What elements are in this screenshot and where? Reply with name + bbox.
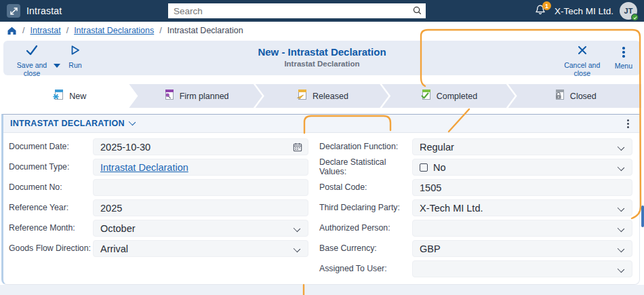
breadcrumb: / Intrastat / Intrastat Declarations / I…	[0, 22, 644, 39]
run-label: Run	[68, 61, 81, 69]
close-icon	[576, 44, 588, 59]
section-collapse-toggle[interactable]: INTRASTAT DECLARATION	[10, 119, 135, 128]
section-title: INTRASTAT DECLARATION	[10, 119, 125, 128]
declaration-function-select[interactable]: Regular	[412, 138, 632, 155]
stage-label: Closed	[570, 92, 597, 101]
stage-firm-planned[interactable]: Firm planned	[129, 84, 262, 108]
new-star-document-icon	[52, 89, 64, 103]
notifications-button[interactable]: 1	[534, 3, 548, 18]
field-document-type: Document Type: Intrastat Declaration	[9, 159, 308, 176]
check-icon	[24, 44, 39, 59]
app-title: Intrastat	[26, 5, 62, 16]
app-window: Intrastat 1 X-Tech MI Ltd. JT /	[0, 0, 644, 295]
stage-closed[interactable]: Closed	[508, 84, 641, 108]
stage-label: Firm planned	[180, 92, 229, 101]
chevron-down-icon	[618, 225, 624, 232]
breadcrumb-link-intrastat[interactable]: Intrastat	[30, 26, 60, 35]
page-title: New - Intrastat Declaration	[3, 46, 641, 58]
chevron-down-icon	[618, 245, 624, 252]
lock-document-icon	[553, 89, 565, 103]
breadcrumb-separator: /	[66, 26, 68, 35]
app-logo-icon[interactable]	[7, 4, 20, 18]
declare-statistical-values-select[interactable]: No	[412, 159, 632, 176]
page-subtitle: Intrastat Declaration	[3, 60, 641, 68]
avatar-initials: JT	[624, 7, 633, 15]
fields-column-right: Declaration Function: Regular Declare St…	[319, 138, 632, 281]
field-goods-flow-direction: Goods Flow Direction: Arrival	[9, 240, 308, 257]
document-type-field[interactable]: Intrastat Declaration	[93, 159, 308, 176]
top-bar: Intrastat 1 X-Tech MI Ltd. JT	[0, 0, 644, 22]
play-icon	[68, 44, 82, 59]
base-currency-select[interactable]: GBP	[412, 240, 632, 257]
workflow-stage-bar: New Firm planned Released Completed Clos…	[3, 84, 641, 108]
checkbox-unchecked[interactable]	[420, 163, 428, 172]
scrollbar-thumb[interactable]	[641, 205, 644, 227]
field-declaration-function: Declaration Function: Regular	[319, 138, 632, 155]
presence-check-icon	[631, 14, 639, 21]
assigned-to-user-select[interactable]	[412, 260, 632, 277]
reference-month-select[interactable]: October	[93, 220, 308, 237]
field-document-date: Document Date: 2025-10-30	[9, 138, 308, 155]
page-background	[0, 285, 644, 295]
reference-year-input[interactable]: 2025	[93, 199, 308, 216]
vertical-ellipsis-icon	[622, 44, 625, 58]
authorized-person-select[interactable]	[412, 220, 632, 237]
stage-label: Completed	[437, 92, 477, 101]
stage-label: Released	[313, 92, 348, 101]
chevron-down-icon	[294, 245, 300, 252]
chevron-down-icon	[618, 164, 624, 171]
run-button[interactable]: Run	[68, 44, 82, 69]
field-reference-year: Reference Year: 2025	[9, 199, 308, 216]
user-avatar[interactable]: JT	[620, 2, 637, 20]
action-toolbar: Save and close Run New - Intrastat Decla…	[3, 41, 641, 75]
chevron-down-icon	[618, 144, 624, 151]
breadcrumb-current: Intrastat Declaration	[167, 26, 243, 35]
breadcrumb-link-declarations[interactable]: Intrastat Declarations	[74, 26, 154, 35]
company-name[interactable]: X-Tech MI Ltd.	[555, 6, 613, 16]
section-header: INTRASTAT DECLARATION	[3, 115, 639, 133]
home-icon[interactable]	[7, 26, 17, 35]
cancel-and-close-button[interactable]: Cancel and close	[562, 44, 603, 77]
global-search[interactable]	[168, 3, 426, 18]
calendar-icon[interactable]	[293, 142, 302, 154]
section-menu-button[interactable]	[624, 117, 632, 130]
check-document-icon	[420, 89, 432, 103]
intrastat-declaration-section: INTRASTAT DECLARATION Document Date: 202…	[1, 114, 640, 285]
cancel-and-close-label: Cancel and close	[562, 61, 603, 77]
search-icon[interactable]	[412, 5, 422, 18]
chevron-down-icon	[129, 119, 136, 125]
menu-button[interactable]: Menu	[615, 44, 632, 70]
breadcrumb-separator: /	[159, 26, 161, 35]
field-third-declaring-party: Third Declaring Party: X-Tech MI Ltd.	[319, 199, 632, 216]
fields-column-left: Document Date: 2025-10-30 Document Type:…	[9, 138, 308, 281]
stage-label: New	[69, 92, 86, 101]
save-and-close-button[interactable]: Save and close	[13, 44, 51, 77]
stage-new[interactable]: New	[3, 84, 136, 108]
chevron-down-icon	[294, 225, 300, 232]
chevron-down-icon	[618, 266, 624, 273]
document-no-input[interactable]	[93, 179, 308, 196]
field-declare-statistical-values: Declare Statistical Values: No	[319, 159, 632, 176]
menu-label: Menu	[615, 62, 632, 70]
field-document-no: Document No:	[9, 179, 308, 196]
field-reference-month: Reference Month: October	[9, 220, 308, 237]
field-assigned-to-user: Assigned To User:	[319, 260, 632, 277]
save-and-close-label: Save and close	[13, 61, 51, 77]
document-date-input[interactable]: 2025-10-30	[93, 138, 308, 155]
chevron-down-icon	[618, 205, 624, 212]
goods-flow-direction-select[interactable]: Arrival	[93, 240, 308, 257]
field-base-currency: Base Currency: GBP	[319, 240, 632, 257]
send-document-icon	[296, 89, 308, 103]
postal-code-input[interactable]: 1505	[412, 179, 632, 196]
stage-released[interactable]: Released	[256, 84, 388, 108]
pin-document-icon	[163, 89, 175, 103]
field-authorized-person: Authorized Person:	[319, 220, 632, 237]
third-declaring-party-select[interactable]: X-Tech MI Ltd.	[412, 199, 632, 216]
search-input[interactable]	[168, 3, 426, 18]
stage-completed[interactable]: Completed	[382, 84, 515, 108]
field-postal-code: Postal Code: 1505	[319, 179, 632, 196]
save-options-caret[interactable]	[54, 64, 60, 68]
breadcrumb-separator: /	[22, 26, 24, 35]
document-type-link[interactable]: Intrastat Declaration	[100, 162, 188, 173]
notification-badge: 1	[542, 1, 551, 10]
